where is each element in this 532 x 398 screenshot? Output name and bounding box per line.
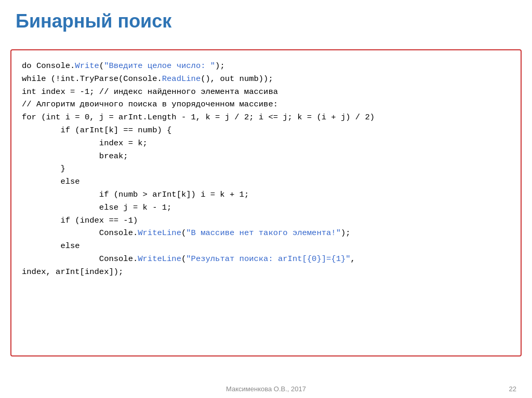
footer-page: 22 <box>509 385 516 393</box>
code-line-2: while (!int.TryParse(Console.ReadLine(),… <box>22 73 510 86</box>
code-line-13: if (index == -1) <box>22 214 510 227</box>
code-line-5: for (int i = 0, j = arInt.Length - 1, k … <box>22 111 510 124</box>
code-line-12: else j = k - 1; <box>22 201 510 214</box>
code-line-10: else <box>22 175 510 188</box>
code-line-3: int index = -1; // индекс найденного эле… <box>22 86 510 99</box>
code-line-7: index = k; <box>22 137 510 150</box>
footer-author: Максименкова О.В., 2017 <box>226 385 306 393</box>
code-line-9: } <box>22 162 510 175</box>
code-block: do Console.Write("Введите целое число: "… <box>10 49 522 356</box>
code-line-8: break; <box>22 150 510 163</box>
code-line-11: if (numb > arInt[k]) i = k + 1; <box>22 188 510 201</box>
code-line-14: Console.WriteLine("В массиве нет такого … <box>22 227 510 240</box>
code-line-6: if (arInt[k] == numb) { <box>22 124 510 137</box>
code-line-17: index, arInt[index]); <box>22 266 510 279</box>
code-line-16: Console.WriteLine("Результат поиска: arI… <box>22 253 510 266</box>
code-line-1: do Console.Write("Введите целое число: "… <box>22 60 510 73</box>
page-title: Бинарный поиск <box>16 10 171 32</box>
code-line-15: else <box>22 240 510 253</box>
code-line-4: // Алгоритм двоичного поиска в упорядоче… <box>22 98 510 111</box>
